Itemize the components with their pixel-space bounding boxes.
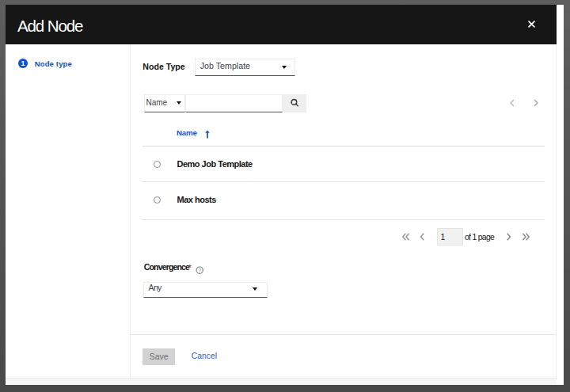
svg-text:?: ? <box>198 268 201 273</box>
